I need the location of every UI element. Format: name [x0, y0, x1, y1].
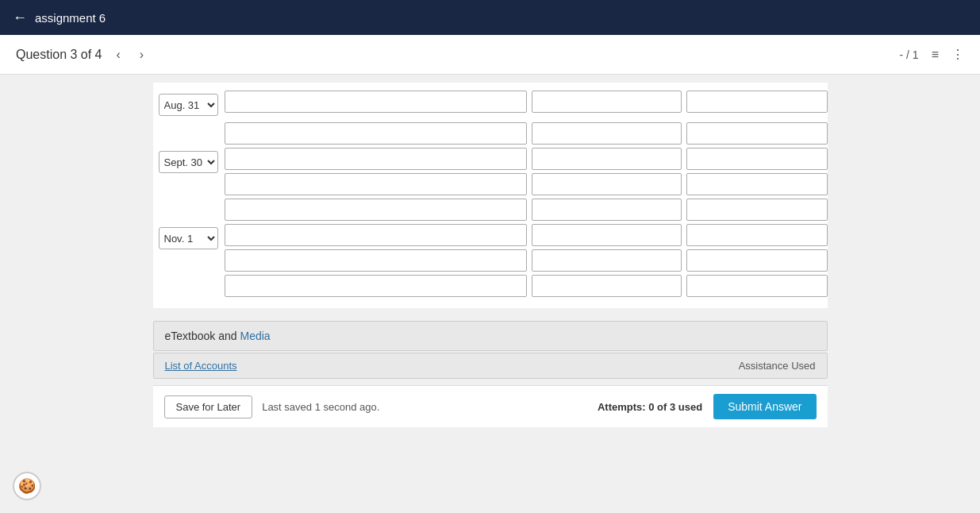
list-of-accounts-bar: List of Accounts Assistance Used [153, 353, 828, 379]
etextbook-bar: eTextbook and Media [153, 321, 828, 351]
account-input-aug31-1[interactable] [225, 91, 528, 113]
credit-input-spacer1[interactable] [686, 122, 828, 145]
submit-answer-button[interactable]: Submit Answer [713, 394, 816, 419]
debit-input-sept30-2[interactable] [532, 173, 681, 195]
question-right-controls: - / 1 ≡ ⋮ [900, 47, 964, 62]
account-input-nov1-2[interactable] [225, 249, 528, 272]
saved-status-text: Last saved 1 second ago. [262, 401, 379, 413]
field-row-nov1-2 [225, 249, 828, 272]
debit-input-sept30-3[interactable] [532, 199, 681, 221]
field-row-spacer1 [225, 122, 828, 145]
credit-input-nov1-2[interactable] [686, 249, 828, 272]
date-cell-nov1: Aug. 31 Sept. 30 Nov. 1 [153, 224, 225, 253]
account-input-sept30-3[interactable] [225, 199, 528, 221]
footer-right: Attempts: 0 of 3 used Submit Answer [598, 394, 817, 419]
spacer-row-1 [153, 122, 828, 145]
cookie-icon[interactable]: 🍪 [13, 472, 41, 500]
etextbook-text-part1: eTextbook and [165, 330, 240, 342]
next-question-button[interactable]: › [135, 44, 148, 65]
fields-sept30 [225, 148, 828, 221]
date-row-aug31: Aug. 31 Sept. 30 Nov. 1 [153, 91, 828, 119]
assignment-title: assignment 6 [35, 11, 106, 25]
top-navigation: ← assignment 6 [0, 0, 980, 35]
credit-input-sept30-1[interactable] [686, 148, 828, 170]
fields-aug31 [225, 91, 828, 113]
credit-input-nov1-3[interactable] [686, 275, 828, 297]
field-row-nov1-3 [225, 275, 828, 297]
content-wrapper: Aug. 31 Sept. 30 Nov. 1 [133, 75, 847, 435]
date-cell-sept30: Aug. 31 Sept. 30 Nov. 1 [153, 148, 225, 176]
date-select-nov1[interactable]: Aug. 31 Sept. 30 Nov. 1 [159, 227, 218, 249]
field-row-sept30-3 [225, 199, 828, 221]
list-icon[interactable]: ≡ [932, 48, 939, 62]
debit-input-aug31-1[interactable] [532, 91, 681, 113]
assistance-used-label: Assistance Used [739, 360, 816, 372]
field-row-sept30-2 [225, 173, 828, 195]
date-row-sept30: Aug. 31 Sept. 30 Nov. 1 [153, 148, 828, 221]
footer-left: Save for Later Last saved 1 second ago. [164, 395, 380, 418]
credit-input-sept30-3[interactable] [686, 199, 828, 221]
debit-input-nov1-1[interactable] [532, 224, 681, 246]
save-for-later-button[interactable]: Save for Later [164, 395, 253, 418]
question-header: Question 3 of 4 ‹ › - / 1 ≡ ⋮ [0, 35, 980, 75]
attempts-label: Attempts: 0 of 3 used [598, 401, 702, 413]
debit-input-spacer1[interactable] [532, 122, 681, 145]
date-select-aug31[interactable]: Aug. 31 Sept. 30 Nov. 1 [159, 94, 218, 116]
question-navigation: Question 3 of 4 ‹ › [16, 44, 148, 65]
page-indicator: - / 1 [900, 48, 919, 61]
date-cell-aug31: Aug. 31 Sept. 30 Nov. 1 [153, 91, 225, 119]
question-title: Question 3 of 4 [16, 48, 102, 62]
debit-input-nov1-2[interactable] [532, 249, 681, 272]
date-select-sept30[interactable]: Aug. 31 Sept. 30 Nov. 1 [159, 151, 218, 173]
account-input-sept30-2[interactable] [225, 173, 528, 195]
prev-question-button[interactable]: ‹ [112, 44, 125, 65]
field-row-nov1-1 [225, 224, 828, 246]
footer-bar: Save for Later Last saved 1 second ago. … [153, 385, 828, 427]
debit-input-sept30-1[interactable] [532, 148, 681, 170]
bottom-section: eTextbook and Media List of Accounts Ass… [153, 321, 828, 427]
etextbook-media-link[interactable]: Media [240, 330, 270, 342]
back-arrow-icon[interactable]: ← [13, 10, 27, 26]
fields-nov1 [225, 224, 828, 297]
more-options-icon[interactable]: ⋮ [951, 47, 964, 62]
list-of-accounts-link[interactable]: List of Accounts [165, 360, 237, 372]
date-row-nov1: Aug. 31 Sept. 30 Nov. 1 [153, 224, 828, 297]
fields-spacer1 [225, 122, 828, 145]
account-input-sept30-1[interactable] [225, 148, 528, 170]
account-input-nov1-3[interactable] [225, 275, 528, 297]
credit-input-aug31-1[interactable] [686, 91, 828, 113]
credit-input-sept30-2[interactable] [686, 173, 828, 195]
credit-input-nov1-1[interactable] [686, 224, 828, 246]
account-input-spacer1[interactable] [225, 122, 528, 145]
main-content: Aug. 31 Sept. 30 Nov. 1 [0, 75, 980, 513]
field-row-aug31-1 [225, 91, 828, 113]
debit-input-nov1-3[interactable] [532, 275, 681, 297]
journal-table: Aug. 31 Sept. 30 Nov. 1 [153, 83, 828, 308]
field-row-sept30-1 [225, 148, 828, 170]
account-input-nov1-1[interactable] [225, 224, 528, 246]
